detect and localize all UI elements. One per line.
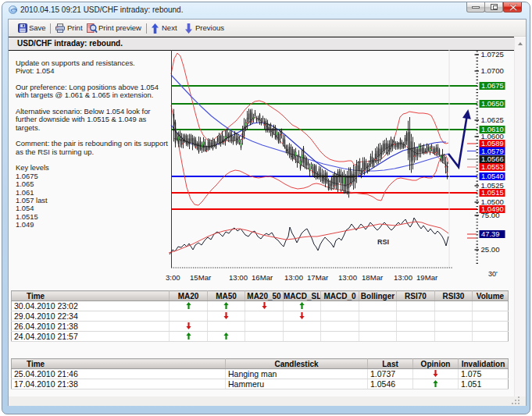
svg-text:16Mar: 16Mar — [252, 273, 273, 282]
svg-text:13:00: 13:00 — [338, 273, 357, 282]
svg-text:3:00: 3:00 — [166, 273, 180, 282]
svg-text:1.0725: 1.0725 — [481, 50, 504, 59]
svg-text:1.0490: 1.0490 — [481, 204, 504, 213]
svg-text:30': 30' — [488, 270, 498, 278]
svg-text:25.00: 25.00 — [481, 245, 500, 254]
svg-text:1.0579: 1.0579 — [481, 147, 504, 155]
svg-text:1.0540: 1.0540 — [481, 172, 504, 180]
svg-text:47.39: 47.39 — [481, 229, 499, 238]
svg-text:1.0625: 1.0625 — [481, 116, 504, 124]
svg-text:1.0553: 1.0553 — [481, 162, 504, 171]
svg-text:RSI: RSI — [377, 238, 389, 246]
svg-text:17Mar: 17Mar — [307, 273, 329, 282]
svg-text:13:00: 13:00 — [284, 273, 303, 282]
svg-text:13:00: 13:00 — [229, 273, 248, 282]
svg-text:1.0610: 1.0610 — [481, 125, 504, 133]
svg-text:1.0650: 1.0650 — [481, 99, 504, 108]
svg-text:13:00: 13:00 — [394, 273, 412, 282]
svg-text:15Mar: 15Mar — [190, 273, 212, 282]
svg-text:18Mar: 18Mar — [362, 273, 384, 282]
svg-text:19Mar: 19Mar — [416, 273, 438, 282]
svg-text:1.0675: 1.0675 — [481, 81, 504, 90]
svg-text:1.0700: 1.0700 — [481, 66, 504, 75]
svg-text:1.0515: 1.0515 — [481, 188, 504, 197]
